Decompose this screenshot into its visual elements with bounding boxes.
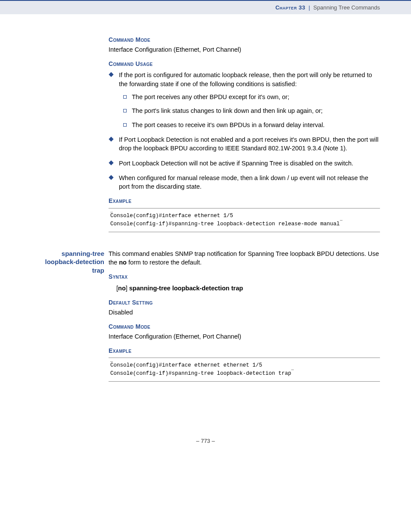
list-item: The port's link status changes to link d… [129, 106, 380, 115]
heading-example: Example [109, 347, 380, 355]
command-mode-text: Interface Configuration (Ethernet, Port … [109, 332, 380, 341]
list-item: When configured for manual release mode,… [116, 174, 380, 191]
syntax-command: spanning-tree loopback-detection trap [128, 285, 243, 292]
chapter-title: Spanning Tree Commands [313, 4, 380, 11]
usage-sublist: The port receives any other BPDU except … [119, 93, 380, 129]
list-item: The port ceases to receive it's own BPDU… [129, 121, 380, 129]
heading-example: Example [109, 197, 380, 205]
heading-command-mode: Command Mode [109, 36, 380, 44]
command-intro: This command enables SNMP trap notificat… [109, 249, 380, 267]
list-item-text: If the port is configured for automatic … [119, 72, 372, 87]
list-item: Port Loopback Detection will not be acti… [116, 159, 380, 168]
intro-text-post: form to restore the default. [127, 259, 202, 266]
page-header: Chapter 33 | Spanning Tree Commands [0, 0, 411, 14]
heading-syntax: Syntax [109, 273, 380, 281]
chapter-label: Chapter 33 [275, 4, 305, 11]
default-setting-text: Disabled [109, 308, 380, 317]
list-item: If Port Loopback Detection is not enable… [116, 135, 380, 153]
heading-command-usage: Command Usage [109, 60, 380, 68]
syntax-no-keyword: no [118, 285, 126, 292]
heading-command-mode: Command Mode [109, 323, 380, 331]
example-code: Console(config)#interface ethernet 1/5 C… [109, 208, 380, 232]
example-code: Console(config)#interface ethernet ether… [109, 358, 380, 382]
command-name-sidebar: spanning-tree loopback-detection trap [31, 249, 109, 275]
heading-default-setting: Default Setting [109, 299, 380, 307]
list-item: The port receives any other BPDU except … [129, 93, 380, 101]
intro-no-keyword: no [119, 259, 127, 266]
syntax-line: [no] spanning-tree loopback-detection tr… [116, 284, 380, 292]
usage-list: If the port is configured for automatic … [109, 71, 380, 191]
list-item: If the port is configured for automatic … [116, 71, 380, 129]
page-number: – 773 – [31, 438, 380, 444]
command-mode-text: Interface Configuration (Ethernet, Port … [109, 45, 380, 54]
header-separator: | [308, 4, 310, 11]
